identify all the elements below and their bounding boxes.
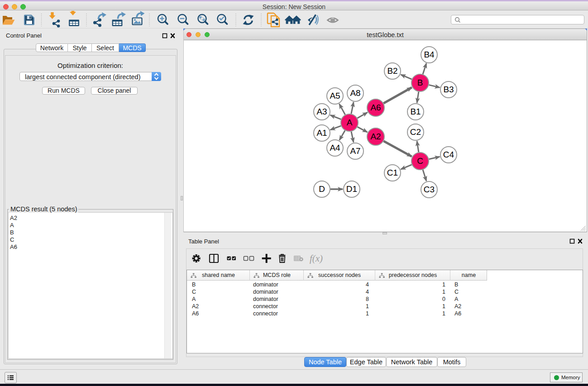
svg-text:D1: D1 <box>346 184 357 194</box>
svg-text:B3: B3 <box>443 85 454 94</box>
svg-text:C: C <box>417 156 423 166</box>
svg-text:A5: A5 <box>330 91 340 100</box>
svg-text:B4: B4 <box>424 50 435 59</box>
svg-text:A2: A2 <box>370 132 381 141</box>
svg-text:A7: A7 <box>350 146 360 156</box>
svg-text:f(x): f(x) <box>310 253 323 264</box>
svg-text:A1: A1 <box>316 128 327 138</box>
svg-text:B2: B2 <box>387 66 397 76</box>
svg-text:C1: C1 <box>387 168 398 177</box>
svg-text:A4: A4 <box>330 143 340 152</box>
svg-text:A8: A8 <box>350 88 360 98</box>
svg-text:A: A <box>347 118 353 127</box>
svg-text:C2: C2 <box>410 127 421 137</box>
svg-text:D: D <box>319 184 325 194</box>
svg-text:C3: C3 <box>424 185 435 194</box>
svg-text:A6: A6 <box>370 103 381 112</box>
svg-text:B1: B1 <box>410 107 421 116</box>
svg-text:A3: A3 <box>316 107 327 116</box>
svg-text:B: B <box>417 78 423 87</box>
svg-text:C4: C4 <box>443 150 454 159</box>
